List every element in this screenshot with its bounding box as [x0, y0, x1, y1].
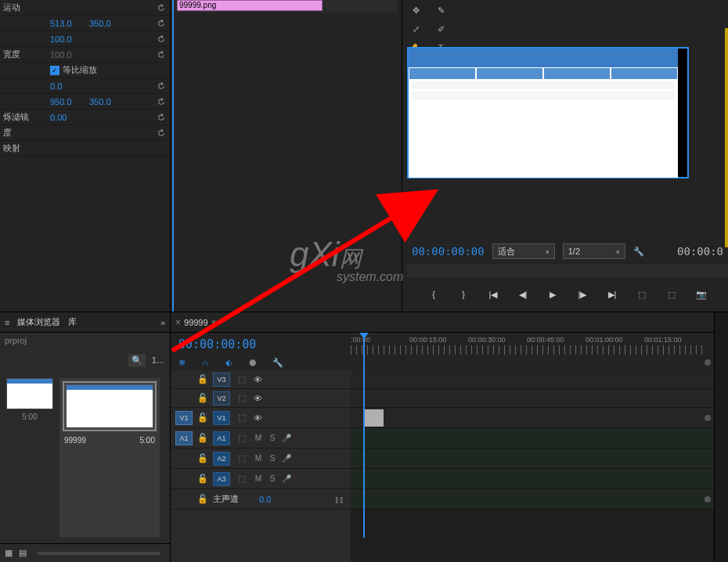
reset-icon[interactable] [156, 2, 167, 13]
extract-icon[interactable]: ⬚ [664, 286, 679, 302]
play-icon[interactable]: ▶ [545, 286, 560, 302]
playhead-indicator[interactable] [172, 0, 174, 312]
track-header-a1[interactable]: A1 🔓 A1 ⬚ M S 🎤 [171, 428, 351, 449]
media-thumbnail[interactable]: 5:00 [6, 378, 53, 537]
lock-icon[interactable]: 🔓 [197, 474, 208, 485]
eye-icon[interactable]: 👁 [254, 413, 268, 423]
track-target-v2[interactable]: V2 [213, 391, 230, 405]
uniform-scale-checkbox[interactable]: ✓ [50, 66, 59, 75]
rotation-value[interactable]: 0.0 [50, 81, 89, 91]
sync-lock-icon[interactable]: ⬚ [235, 433, 249, 444]
pos-x-value[interactable]: 513.0 [50, 19, 89, 28]
master-track-header[interactable]: 🔓 主声道 0.0 ⫿⫿ [171, 489, 351, 510]
marker-icon[interactable]: ⬖ [225, 358, 238, 370]
source-patch-v1[interactable]: V1 [175, 411, 193, 425]
pos-y-value[interactable]: 350.0 [89, 19, 128, 28]
reset-icon[interactable] [156, 128, 167, 139]
reset-icon[interactable] [156, 112, 167, 123]
track-header-a2[interactable]: 🔓 A2 ⬚ M S 🎤 [171, 449, 351, 469]
expand-icon[interactable]: ⫿⫿ [335, 495, 344, 504]
solo-button[interactable]: S [268, 454, 277, 463]
step-back-icon[interactable]: ◀| [515, 286, 531, 302]
scroll-indicator[interactable] [705, 496, 711, 503]
scroll-indicator[interactable] [705, 415, 711, 421]
search-icon[interactable]: 🔍 [128, 354, 146, 367]
close-tab-icon[interactable]: × [175, 317, 181, 328]
eye-icon[interactable]: 👁 [254, 394, 268, 403]
sync-lock-icon[interactable]: ⬚ [235, 474, 249, 485]
tag-icon[interactable]: ⬣ [249, 358, 261, 370]
library-tab[interactable]: 库 [68, 316, 77, 328]
mark-in-icon[interactable]: { [426, 286, 441, 302]
remap-header[interactable]: 映射 [0, 141, 170, 157]
voiceover-icon[interactable]: 🎤 [282, 434, 291, 442]
scroll-indicator[interactable] [705, 359, 711, 366]
solo-button[interactable]: S [268, 474, 277, 483]
zoom-slider[interactable] [38, 552, 160, 555]
solo-button[interactable]: S [268, 434, 277, 442]
lock-icon[interactable]: 🔓 [197, 453, 208, 464]
reset-icon[interactable] [156, 34, 167, 45]
lift-icon[interactable]: ⬚ [634, 286, 650, 302]
track-header-a3[interactable]: 🔓 A3 ⬚ M S 🎤 [171, 469, 351, 489]
go-to-in-icon[interactable]: |◀ [485, 286, 501, 302]
timeline-timecode[interactable]: 00:00:00:00 [178, 337, 343, 351]
fit-dropdown[interactable]: 适合 [492, 243, 555, 259]
track-target-a1[interactable]: A1 [213, 431, 230, 445]
master-volume-value[interactable]: 0.0 [259, 495, 271, 504]
snap-icon[interactable]: ❄ [178, 358, 191, 370]
track-header-v1[interactable]: V1 🔓 V1 ⬚ 👁 [171, 408, 351, 428]
sync-lock-icon[interactable]: ⬚ [235, 453, 249, 464]
mute-button[interactable]: M [254, 474, 263, 483]
wrench-icon[interactable]: 🔧 [633, 247, 644, 257]
marker-tool-icon[interactable]: ✎ [429, 2, 452, 19]
step-forward-icon[interactable]: |▶ [575, 286, 590, 302]
flicker-value[interactable]: 0.00 [50, 113, 89, 122]
program-viewport[interactable] [407, 47, 689, 178]
sync-lock-icon[interactable]: ⬚ [235, 412, 249, 423]
go-to-out-icon[interactable]: ▶| [604, 286, 620, 302]
track-target-a3[interactable]: A3 [213, 472, 230, 486]
zoom-dropdown[interactable]: 1/2 [563, 243, 625, 259]
sync-lock-icon[interactable]: ⬚ [235, 374, 249, 385]
track-header-v3[interactable]: 🔓 V3 ⬚ 👁 [171, 370, 351, 389]
list-view-icon[interactable]: ▦ [5, 548, 13, 558]
sync-lock-icon[interactable]: ⬚ [235, 393, 249, 404]
lock-icon[interactable]: 🔓 [197, 494, 208, 505]
timeline-ruler[interactable]: :00:00 00:00:15:00 00:00:30:00 00:00:45:… [351, 336, 703, 345]
voiceover-icon[interactable]: 🎤 [282, 474, 291, 483]
overflow-icon[interactable]: » [160, 318, 165, 327]
track-target-a2[interactable]: A2 [213, 452, 230, 466]
timeline-playhead[interactable] [363, 334, 365, 538]
reset-icon[interactable] [156, 96, 167, 107]
link-icon[interactable]: ∩ [202, 358, 214, 370]
track-target-v3[interactable]: V3 [213, 373, 230, 387]
lock-icon[interactable]: 🔓 [197, 412, 208, 423]
pen-tool-icon[interactable]: ✐ [429, 20, 452, 38]
clip-bar[interactable]: 99999.png [177, 0, 323, 11]
track-header-v2[interactable]: 🔓 V2 ⬚ 👁 [171, 389, 351, 408]
anchor-x-value[interactable]: 950.0 [50, 97, 89, 106]
eye-icon[interactable]: 👁 [254, 375, 268, 384]
lock-icon[interactable]: 🔓 [197, 393, 208, 404]
timeline-tracks-area[interactable] [351, 370, 714, 562]
program-scrubber[interactable] [407, 265, 728, 277]
reset-icon[interactable] [156, 81, 167, 92]
opacity-header[interactable]: 度 [0, 125, 170, 141]
lock-icon[interactable]: 🔓 [197, 374, 208, 385]
sequence-tab[interactable]: × 99999 ▾ [175, 317, 216, 328]
anchor-y-value[interactable]: 350.0 [89, 97, 128, 106]
icon-view-icon[interactable]: ▤ [19, 548, 27, 558]
export-frame-icon[interactable]: 📷 [694, 286, 709, 302]
mark-out-icon[interactable]: } [456, 286, 471, 302]
media-browser-tab[interactable]: 媒体浏览器 [17, 316, 60, 328]
lock-icon[interactable]: 🔓 [197, 433, 208, 444]
program-timecode[interactable]: 00:00:00:00 [412, 245, 485, 258]
effect-motion-header[interactable]: 运动 [0, 0, 170, 16]
reset-icon[interactable] [156, 18, 167, 29]
reset-icon[interactable] [156, 49, 167, 60]
fit-tool-icon[interactable]: ⤢ [404, 20, 427, 38]
crop-tool-icon[interactable]: ✥ [404, 2, 427, 19]
wrench-icon[interactable]: 🔧 [272, 358, 285, 370]
mute-button[interactable]: M [254, 434, 263, 442]
